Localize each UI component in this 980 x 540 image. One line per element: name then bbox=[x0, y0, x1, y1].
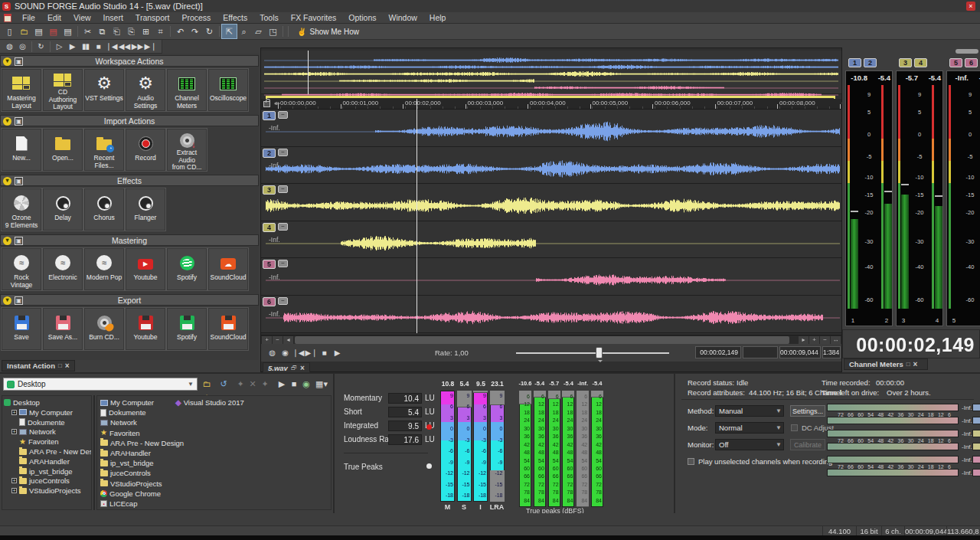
meter-channel-tab-1[interactable]: 1 bbox=[848, 58, 861, 67]
channel-minimize-button[interactable]: − bbox=[278, 223, 288, 231]
menu-view[interactable]: View bbox=[67, 12, 97, 24]
meter-panel-scrollbar[interactable] bbox=[956, 49, 978, 54]
tree-item-vstudioprojects[interactable]: +VStudioProjects bbox=[11, 486, 81, 496]
stop-button[interactable]: ■ bbox=[318, 346, 331, 359]
action-tile-save[interactable]: Save bbox=[2, 308, 41, 350]
file-list-item-licecap[interactable]: ▪LICEcap bbox=[100, 499, 137, 509]
menu-edit[interactable]: Edit bbox=[41, 12, 67, 24]
channel-track-1[interactable]: 1−-Inf. bbox=[261, 110, 841, 147]
rewind-button[interactable]: ◀◀ bbox=[118, 41, 131, 52]
chevron-down-icon[interactable]: ▾ bbox=[3, 57, 11, 66]
menu-tools[interactable]: Tools bbox=[253, 12, 285, 24]
menu-insert[interactable]: Insert bbox=[97, 12, 129, 24]
calibrate-button[interactable]: Calibrate bbox=[790, 439, 825, 450]
action-tile-soundcloud[interactable]: ☁SoundCloud bbox=[208, 248, 248, 290]
tab-channel-meters[interactable]: Channel Meters□× bbox=[844, 358, 928, 370]
scrollbar-thumb[interactable] bbox=[295, 336, 789, 344]
action-tile-audio[interactable]: ⚙Audio Settings bbox=[126, 69, 165, 111]
chevron-down-icon[interactable]: ▾ bbox=[3, 237, 11, 245]
record-arm-button-1[interactable] bbox=[972, 404, 980, 411]
channel-track-5[interactable]: 5−-Inf. bbox=[261, 258, 841, 296]
meter-channel-tab-6[interactable]: 6 bbox=[965, 58, 978, 67]
file-list-item-vstudioprojects[interactable]: VStudioProjects bbox=[100, 479, 162, 489]
section-header-workspace-actions[interactable]: ▾▣Workspace Actions bbox=[0, 55, 259, 67]
tree-item-network[interactable]: +Network bbox=[11, 427, 56, 437]
file-list-item-dokumente[interactable]: Dokumente bbox=[100, 407, 146, 417]
action-tile-chorus[interactable]: Chorus bbox=[84, 188, 124, 231]
meter-channel-tab-3[interactable]: 3 bbox=[899, 58, 912, 67]
meter-channel-tab-4[interactable]: 4 bbox=[914, 58, 927, 67]
undo-button[interactable]: ↶ bbox=[173, 25, 188, 38]
menu-transport[interactable]: Transport bbox=[129, 12, 176, 24]
action-tile-record[interactable]: Record bbox=[126, 129, 165, 171]
save-button[interactable]: ▤ bbox=[31, 25, 46, 38]
go-to-start-button[interactable]: ❘◀ bbox=[105, 41, 118, 52]
loudness-value-field[interactable]: 5.4 bbox=[388, 407, 422, 417]
delete-button[interactable]: ✕ bbox=[247, 378, 259, 391]
file-list-item-arahandler[interactable]: ARAHandler bbox=[100, 448, 151, 458]
refresh-button[interactable]: ↺ bbox=[217, 378, 230, 391]
tab-instant-action[interactable]: Instant Action□× bbox=[2, 360, 75, 371]
meter-channel-tab-2[interactable]: 2 bbox=[864, 58, 877, 67]
zoom-in-button-2[interactable]: + bbox=[809, 336, 819, 344]
file-list-item-visual-studio-2017[interactable]: ◆Visual Studio 2017 bbox=[175, 398, 244, 407]
action-tile-new-[interactable]: New... bbox=[2, 129, 41, 171]
action-tile-soundcloud[interactable]: SoundCloud bbox=[208, 308, 248, 350]
play-button[interactable]: ▶ bbox=[66, 41, 79, 52]
section-header-mastering[interactable]: ▾▣Mastering bbox=[0, 234, 259, 246]
channel-minimize-button[interactable]: − bbox=[278, 111, 288, 119]
action-tile-cd-authoring[interactable]: CD Authoring Layout bbox=[43, 69, 83, 111]
expand-icon[interactable]: + bbox=[11, 429, 17, 434]
action-tile-ozone[interactable]: Ozone 9 Elements bbox=[2, 188, 41, 231]
section-header-import-actions[interactable]: ▾▣Import Actions bbox=[0, 115, 259, 126]
action-tile-oscilloscope[interactable]: Oscilloscope bbox=[208, 69, 248, 111]
channel-minimize-button[interactable]: − bbox=[278, 185, 288, 193]
settings-button[interactable]: Settings... bbox=[790, 405, 825, 417]
views-button[interactable]: ▦▾ bbox=[315, 378, 328, 391]
loop-record-button[interactable]: ◍ bbox=[3, 41, 16, 52]
repeat-button[interactable]: ↻ bbox=[202, 25, 217, 38]
tree-item-arahandler[interactable]: ARAHandler bbox=[11, 457, 70, 466]
zoom-ratio-field[interactable]: 1:384 bbox=[822, 346, 841, 358]
file-list-item-favoriten[interactable]: ★Favoriten bbox=[100, 428, 140, 438]
go-to-start-button[interactable]: ❘◀ bbox=[292, 346, 305, 359]
selection-time-field[interactable] bbox=[743, 346, 778, 358]
channel-track-6[interactable]: 6−-Inf. bbox=[261, 296, 841, 333]
rate-slider-thumb[interactable] bbox=[596, 347, 603, 358]
scroll-left-button[interactable]: ◂ bbox=[283, 336, 293, 344]
play-all-button[interactable]: ▷ bbox=[53, 41, 66, 52]
action-tile-spotify[interactable]: Spotify bbox=[167, 308, 207, 350]
tree-item-jucecontrols[interactable]: +juceControls bbox=[11, 476, 70, 486]
tree-item-desktop[interactable]: Desktop bbox=[4, 398, 40, 407]
tree-item-favoriten[interactable]: ★Favoriten bbox=[11, 437, 59, 447]
record-arm-button-6[interactable] bbox=[972, 469, 980, 476]
action-tile-save-as-[interactable]: Save As... bbox=[43, 308, 83, 350]
channel-track-4[interactable]: 4−-Inf. bbox=[261, 221, 841, 259]
action-tile-electronic[interactable]: ≈Electronic bbox=[43, 248, 83, 290]
expand-icon[interactable]: + bbox=[11, 478, 17, 483]
expand-icon[interactable]: + bbox=[11, 488, 17, 493]
loudness-value-field[interactable]: 17.6 bbox=[388, 434, 422, 445]
document-menu-icon[interactable] bbox=[4, 14, 11, 22]
open-file-button[interactable]: 🗀 bbox=[17, 25, 31, 38]
scroll-right-button[interactable]: ▸ bbox=[799, 336, 808, 344]
zoom-fit-button[interactable]: ↔ bbox=[831, 336, 841, 344]
paste-button[interactable]: ⎗ bbox=[109, 25, 124, 38]
file-list-item-ara-pre-new-design[interactable]: ARA Pre - New Design bbox=[100, 438, 184, 448]
menu-window[interactable]: Window bbox=[382, 12, 423, 24]
action-tile-youtube[interactable]: ▶Youtube bbox=[126, 248, 165, 290]
pause-button[interactable]: ▮▮ bbox=[79, 41, 92, 52]
action-tile-open-[interactable]: Open... bbox=[43, 129, 83, 171]
forward-button[interactable]: ▶▶ bbox=[131, 41, 144, 52]
envelope-tool-button[interactable]: ◳ bbox=[266, 25, 280, 38]
record-loop-button[interactable]: ◍ bbox=[266, 346, 279, 359]
file-list-item-ip-vst-bridge[interactable]: ip_vst_bridge bbox=[100, 458, 154, 468]
action-tile-burn-cd-[interactable]: Burn CD... bbox=[84, 308, 124, 350]
snap-icon[interactable]: ⇹ bbox=[274, 100, 281, 108]
record-button[interactable]: ◉ bbox=[279, 346, 292, 359]
loudness-value-field[interactable]: 10.4 bbox=[388, 393, 422, 404]
preview-stop-button[interactable]: ■ bbox=[288, 378, 300, 391]
section-header-effects[interactable]: ▾▣Effects bbox=[0, 175, 259, 186]
section-header-export[interactable]: ▾▣Export bbox=[0, 294, 259, 306]
horizontal-scrollbar[interactable]: + − ◂ ▸ + − ↔ bbox=[261, 335, 841, 344]
